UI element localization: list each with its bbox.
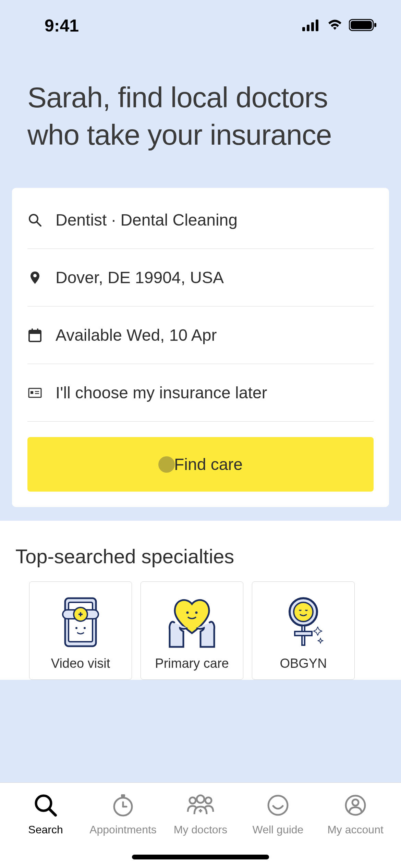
svg-rect-3 bbox=[316, 20, 318, 31]
svg-rect-15 bbox=[31, 391, 33, 394]
tab-label: My doctors bbox=[174, 823, 227, 836]
svg-point-9 bbox=[33, 274, 37, 277]
specialty-label: OBGYN bbox=[280, 656, 327, 671]
tab-label: My account bbox=[327, 823, 384, 836]
tab-label: Appointments bbox=[89, 823, 157, 836]
account-tab-icon bbox=[343, 791, 368, 819]
tab-search[interactable]: Search bbox=[7, 791, 84, 868]
smile-tab-icon bbox=[266, 791, 290, 819]
specialty-card-primary-care[interactable]: Primary care bbox=[141, 581, 243, 680]
svg-point-44 bbox=[268, 796, 288, 815]
search-icon bbox=[27, 213, 42, 227]
wifi-icon bbox=[326, 19, 343, 33]
clock-tab-icon bbox=[111, 791, 135, 819]
svg-rect-1 bbox=[307, 25, 309, 31]
search-card: Dentist · Dental Cleaning Dover, DE 1990… bbox=[12, 188, 389, 507]
obgyn-icon bbox=[274, 594, 332, 652]
svg-rect-12 bbox=[32, 328, 33, 332]
svg-point-40 bbox=[205, 797, 211, 804]
svg-point-39 bbox=[190, 797, 196, 804]
svg-rect-2 bbox=[311, 22, 314, 31]
search-location-text: Dover, DE 19904, USA bbox=[56, 268, 224, 287]
tab-label: Search bbox=[28, 823, 63, 836]
svg-rect-32 bbox=[295, 631, 312, 636]
svg-point-29 bbox=[294, 602, 313, 622]
specialty-card-obgyn[interactable]: OBGYN bbox=[252, 581, 355, 680]
doctors-tab-icon bbox=[185, 791, 216, 819]
location-pin-icon bbox=[27, 271, 42, 285]
search-date-row[interactable]: Available Wed, 10 Apr bbox=[27, 306, 374, 364]
find-care-label: Find care bbox=[174, 455, 243, 474]
specialty-label: Video visit bbox=[51, 656, 110, 671]
search-query-text: Dentist · Dental Cleaning bbox=[56, 210, 238, 229]
svg-rect-38 bbox=[121, 794, 125, 797]
search-date-text: Available Wed, 10 Apr bbox=[56, 326, 217, 345]
touch-indicator-icon bbox=[158, 456, 175, 473]
svg-line-8 bbox=[37, 222, 41, 226]
svg-point-26 bbox=[186, 612, 189, 614]
tab-my-account[interactable]: My account bbox=[317, 791, 394, 868]
page-heading: Sarah, find local doctors who take your … bbox=[0, 41, 401, 174]
svg-line-34 bbox=[49, 809, 56, 815]
svg-rect-5 bbox=[351, 21, 372, 29]
find-care-button[interactable]: Find care bbox=[27, 437, 374, 492]
svg-point-41 bbox=[197, 795, 204, 803]
search-tab-icon bbox=[33, 791, 58, 819]
search-insurance-text: I'll choose my insurance later bbox=[56, 383, 267, 402]
search-location-row[interactable]: Dover, DE 19904, USA bbox=[27, 249, 374, 306]
search-insurance-row[interactable]: I'll choose my insurance later bbox=[27, 364, 374, 422]
tab-bar: Search Appointments bbox=[0, 782, 401, 868]
specialty-label: Primary care bbox=[155, 656, 229, 671]
specialties-section: Top-searched specialties Video visit bbox=[0, 521, 401, 680]
battery-icon bbox=[349, 19, 377, 33]
svg-rect-11 bbox=[29, 330, 41, 334]
svg-point-24 bbox=[75, 627, 77, 629]
search-query-row[interactable]: Dentist · Dental Cleaning bbox=[27, 191, 374, 249]
status-time: 9:41 bbox=[45, 16, 79, 36]
tab-label: Well guide bbox=[253, 823, 304, 836]
video-visit-icon bbox=[51, 594, 110, 652]
svg-point-46 bbox=[352, 799, 359, 806]
home-indicator[interactable] bbox=[132, 855, 269, 859]
status-indicators bbox=[302, 19, 377, 33]
specialty-row: Video visit Primary care bbox=[0, 581, 401, 680]
cellular-icon bbox=[302, 19, 321, 33]
status-bar: 9:41 bbox=[0, 0, 401, 41]
primary-care-icon bbox=[163, 594, 221, 652]
svg-rect-6 bbox=[374, 23, 376, 27]
svg-point-27 bbox=[195, 612, 198, 614]
specialty-card-video-visit[interactable]: Video visit bbox=[29, 581, 132, 680]
svg-rect-13 bbox=[37, 328, 38, 332]
svg-point-25 bbox=[84, 627, 86, 629]
card-icon bbox=[27, 388, 42, 398]
svg-rect-0 bbox=[302, 27, 305, 31]
calendar-icon bbox=[27, 328, 42, 342]
specialties-title: Top-searched specialties bbox=[0, 545, 401, 581]
